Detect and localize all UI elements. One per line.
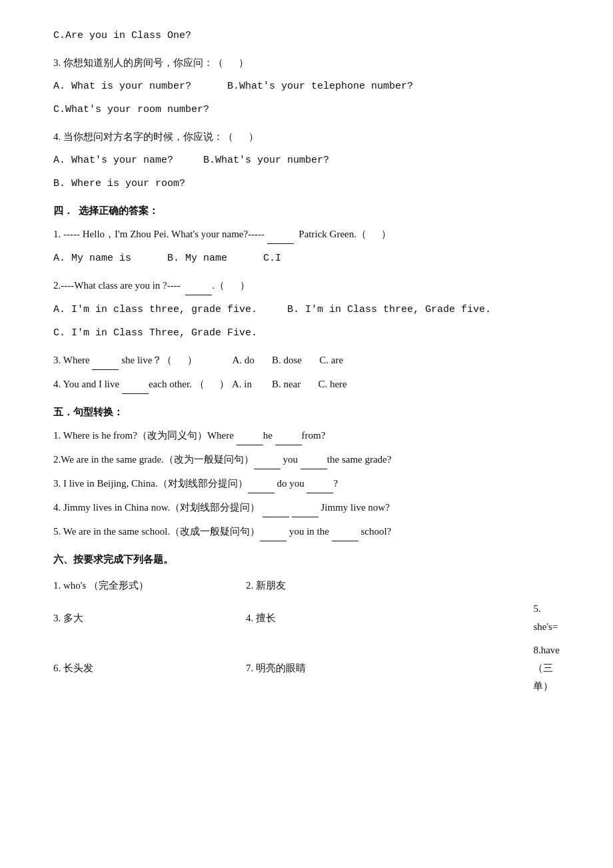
s6-r3-col2: 7. 明亮的眼睛	[246, 639, 533, 698]
q3-option-c: C.What's your room number?	[53, 101, 560, 119]
s4q1-options: A. My name is B. My name C.I	[53, 249, 560, 267]
q4-option-b2: B. Where is your room?	[53, 175, 560, 193]
section6-table: 1. who's （完全形式） 2. 新朋友 3. 多大 4. 擅长 5. sh…	[53, 574, 560, 698]
s5-question-4: 4. Jimmy lives in China now.（对划线部分提问） Ji…	[53, 499, 560, 517]
s6-r3-col1: 6. 长头发	[53, 639, 246, 698]
q4-option-ab: A. What's your name? B.What's your numbe…	[53, 151, 560, 169]
s4q2-option-ab: A. I'm in class three, grade five. B. I'…	[53, 301, 560, 319]
s6-r2-col1: 3. 多大	[53, 597, 246, 639]
s6-r1-col2: 2. 新朋友	[246, 574, 533, 597]
section4-title: 四． 选择正确的答案：	[53, 202, 560, 220]
s4q2-option-c: C. I'm in Class Three, Grade Five.	[53, 324, 560, 342]
s5-question-2: 2.We are in the same grade.（改为一般疑问句） you…	[53, 451, 560, 469]
section5-title: 五．句型转换：	[53, 403, 560, 421]
s5-question-3: 3. I live in Beijing, China.（对划线部分提问） do…	[53, 475, 560, 493]
s6-r2-col2: 4. 擅长	[246, 597, 533, 639]
page-content: C.Are you in Class One? 3. 你想知道别人的房间号，你应…	[53, 27, 560, 698]
s4-question-3: 3. Where she live？（ ） A. do B. dose C. a…	[53, 351, 560, 370]
s6-r3-col3: 8.have（三单）	[533, 639, 560, 698]
q3-option-ab: A. What is your number? B.What's your te…	[53, 77, 560, 95]
s5-question-5: 5. We are in the same school.（改成一般疑问句） y…	[53, 523, 560, 541]
s6-row1: 1. who's （完全形式） 2. 新朋友	[53, 574, 560, 597]
question-4: 4. 当你想问对方名字的时候，你应说：（ ）	[53, 128, 560, 146]
s4-question-4: 4. You and I live each other. （ ） A. in …	[53, 375, 560, 394]
s6-row2: 3. 多大 4. 擅长 5. she's=	[53, 597, 560, 639]
section6-title: 六、按要求完成下列各题。	[53, 551, 560, 569]
s5-question-1: 1. Where is he from?（改为同义句）Where he from…	[53, 427, 560, 445]
s6-r2-col3: 5. she's=	[533, 597, 560, 639]
s6-row3: 6. 长头发 7. 明亮的眼睛 8.have（三单）	[53, 639, 560, 698]
s4-question-2: 2.----What class are you in ?---- .（ ）	[53, 277, 560, 295]
option-c-q3: C.Are you in Class One?	[53, 27, 560, 45]
s4-question-1: 1. ----- Hello，I'm Zhou Pei. What's your…	[53, 225, 560, 244]
question-3: 3. 你想知道别人的房间号，你应问：（ ）	[53, 54, 560, 72]
s6-r1-col1: 1. who's （完全形式）	[53, 574, 246, 597]
